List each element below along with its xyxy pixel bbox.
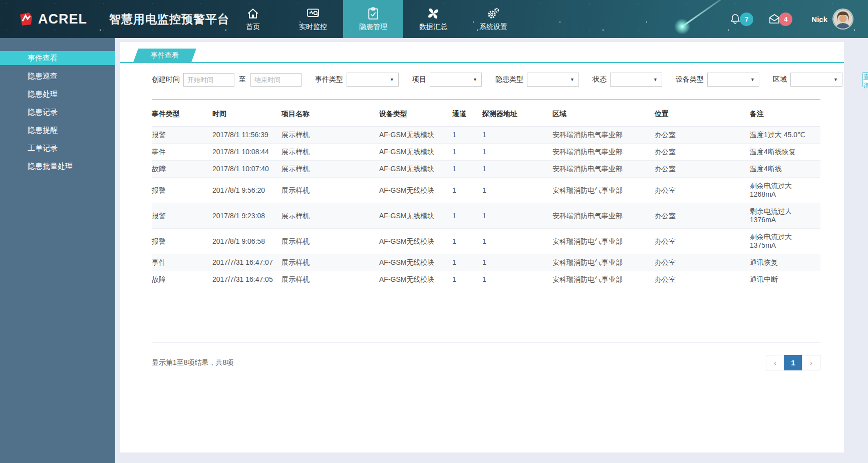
results-summary: 显示第1至8项结果，共8项 [152, 358, 233, 367]
table-cell: AF-GSM无线模块 [379, 271, 452, 288]
table-cell: 展示样机 [281, 229, 379, 254]
pagination: ‹1› [766, 355, 820, 370]
event-type-label: 事件类型 [315, 75, 343, 84]
messages-mail[interactable]: 4 [768, 13, 792, 26]
chevron-down-icon: ▼ [390, 77, 394, 82]
table-cell: 2017/8/1 9:06:58 [212, 229, 281, 254]
device-type-select[interactable]: ▼ [707, 73, 759, 87]
avatar-image [833, 10, 852, 29]
table-cell: 1 [452, 229, 482, 254]
table-cell: 展示样机 [281, 203, 379, 229]
column-header: 位置 [655, 100, 750, 127]
pagination-page-1[interactable]: 1 [784, 355, 802, 370]
to-label: 至 [239, 75, 246, 84]
app-root: ACREL 智慧用电监控预警平台 首页实时监控隐患管理数据汇总系统设置 7 [0, 0, 868, 463]
nav-item-home[interactable]: 首页 [223, 0, 283, 38]
brand: ACREL 智慧用电监控预警平台 [18, 0, 229, 38]
table-cell: AF-GSM无线模块 [379, 144, 452, 161]
project-label: 项目 [412, 75, 426, 84]
nav-item-system-settings[interactable]: 系统设置 [463, 0, 523, 38]
bell-count-badge: 7 [740, 13, 753, 26]
nav-item-realtime-monitor[interactable]: 实时监控 [283, 0, 343, 38]
pagination-prev-button[interactable]: ‹ [766, 355, 784, 370]
sidebar-item-hazard-record[interactable]: 隐患记录 [0, 105, 115, 119]
tab-event-view[interactable]: 事件查看 [133, 49, 196, 62]
table-cell: 1 [482, 254, 552, 271]
table-cell: 安科瑞消防电气事业部 [552, 271, 655, 288]
events-table: 事件类型时间项目名称设备类型通道探测器地址区域位置备注 报警2017/8/1 1… [152, 100, 820, 288]
table-cell: AF-GSM无线模块 [379, 203, 452, 229]
start-time-input[interactable] [183, 73, 234, 87]
chevron-down-icon: ▼ [750, 77, 755, 82]
table-cell: 办公室 [655, 229, 750, 254]
column-header: 区域 [552, 100, 655, 127]
table-cell: 展示样机 [281, 271, 379, 288]
sidebar-item-hazard-batch[interactable]: 隐患批量处理 [0, 159, 115, 173]
pagination-next-button[interactable]: › [802, 355, 820, 370]
sidebar-item-hazard-handle[interactable]: 隐患处理 [0, 87, 115, 101]
table-cell: 安科瑞消防电气事业部 [552, 144, 655, 161]
project-select[interactable]: ▼ [430, 73, 482, 87]
table-cell: 办公室 [655, 203, 750, 229]
column-header: 时间 [212, 100, 281, 127]
table-cell: 2017/8/1 9:23:08 [212, 203, 281, 229]
sidebar-item-event-view[interactable]: 事件查看 [0, 51, 115, 65]
gear-icon [487, 7, 500, 20]
table-cell: 剩余电流过大 1376mA [750, 203, 820, 229]
user-avatar[interactable] [833, 10, 852, 29]
table-cell: 1 [452, 161, 482, 178]
sidebar-item-hazard-remind[interactable]: 隐患提醒 [0, 123, 115, 137]
table-cell: 报警 [152, 229, 212, 254]
sidebar-item-work-order[interactable]: 工单记录 [0, 141, 115, 155]
table-cell: AF-GSM无线模块 [379, 254, 452, 271]
navbar-right: 7 4 Nick [729, 0, 852, 38]
nav-item-label: 首页 [246, 23, 260, 32]
event-type-select[interactable]: ▼ [347, 73, 399, 87]
events-table-wrap: 事件类型时间项目名称设备类型通道探测器地址区域位置备注 报警2017/8/1 1… [152, 100, 820, 288]
table-cell: AF-GSM无线模块 [379, 178, 452, 203]
notifications-bell[interactable]: 7 [729, 13, 753, 26]
column-header: 设备类型 [379, 100, 452, 127]
sidebar-item-hazard-patrol[interactable]: 隐患巡查 [0, 69, 115, 83]
content-card: 事件查看 创建时间 至 事件类型▼项目▼隐患类型▼状态▼设备类型▼区域▼ 查询 … [120, 42, 844, 452]
brand-logo-text: ACREL [38, 12, 87, 27]
nav-item-data-summary[interactable]: 数据汇总 [403, 0, 463, 38]
nav-item-label: 隐患管理 [359, 23, 387, 32]
table-cell: 温度4断线 [750, 161, 820, 178]
comet-decoration [617, 0, 737, 38]
table-footer: 显示第1至8项结果，共8项 ‹1› [152, 355, 820, 370]
table-cell: 2017/8/1 11:56:39 [212, 127, 281, 144]
table-cell: 1 [482, 144, 552, 161]
table-row: 事件2017/7/31 16:47:07展示样机AF-GSM无线模块11安科瑞消… [152, 254, 820, 271]
device-type-label: 设备类型 [676, 75, 704, 84]
nav-item-hazard-management[interactable]: 隐患管理 [343, 0, 403, 38]
status-select[interactable]: ▼ [610, 73, 662, 87]
table-cell: 剩余电流过大 1268mA [750, 178, 820, 203]
column-header: 探测器地址 [482, 100, 552, 127]
table-cell: 2017/7/31 16:47:05 [212, 271, 281, 288]
column-header: 通道 [452, 100, 482, 127]
user-name[interactable]: Nick [811, 15, 827, 24]
table-cell: 2017/8/1 9:56:20 [212, 178, 281, 203]
clipboard-icon [367, 7, 380, 20]
table-row: 故障2017/8/1 10:07:40展示样机AF-GSM无线模块11安科瑞消防… [152, 161, 820, 178]
column-header: 项目名称 [281, 100, 379, 127]
table-header-row: 事件类型时间项目名称设备类型通道探测器地址区域位置备注 [152, 100, 820, 127]
table-cell: 剩余电流过大 1375mA [750, 229, 820, 254]
end-time-input[interactable] [250, 73, 302, 87]
table-cell: 展示样机 [281, 127, 379, 144]
event-type-filter-group: 事件类型▼ [315, 73, 399, 87]
table-cell: 展示样机 [281, 178, 379, 203]
status-filter-group: 状态▼ [593, 73, 662, 87]
table-cell: 事件 [152, 144, 212, 161]
area-select[interactable]: ▼ [790, 73, 842, 87]
search-button[interactable]: 查询 [862, 72, 868, 87]
hazard-type-label: 隐患类型 [495, 75, 523, 84]
table-cell: 1 [452, 127, 482, 144]
table-cell: 1 [452, 203, 482, 229]
hazard-type-select[interactable]: ▼ [527, 73, 579, 87]
table-cell: 2017/8/1 10:07:40 [212, 161, 281, 178]
column-header: 事件类型 [152, 100, 212, 127]
home-icon [246, 7, 259, 20]
table-row: 报警2017/8/1 9:23:08展示样机AF-GSM无线模块11安科瑞消防电… [152, 203, 820, 229]
